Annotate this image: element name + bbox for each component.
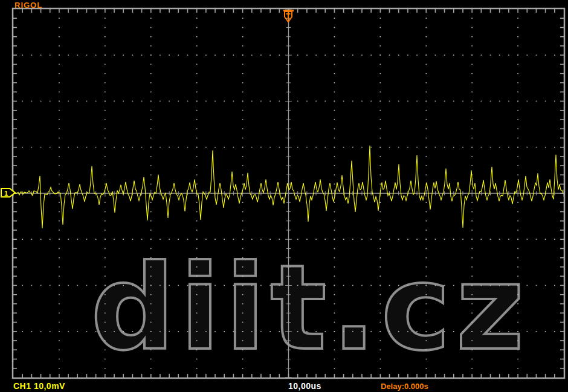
ch1-marker-label: 1 [4,190,8,197]
trigger-delay-readout: Delay:0.000s [381,382,428,391]
ch1-position-marker-icon: 1 [1,187,16,199]
brand-logo: RIGOL [15,1,42,10]
graticule-grid [0,0,568,392]
timebase-readout: 10,00us [288,381,321,391]
channel-scale-readout: CH1 10,0mV [13,381,65,391]
oscilloscope-screen: RIGOL diit.cz 1 CH1 10,0mV 10,00us Delay… [0,0,568,392]
trigger-position-marker-icon [281,8,295,27]
